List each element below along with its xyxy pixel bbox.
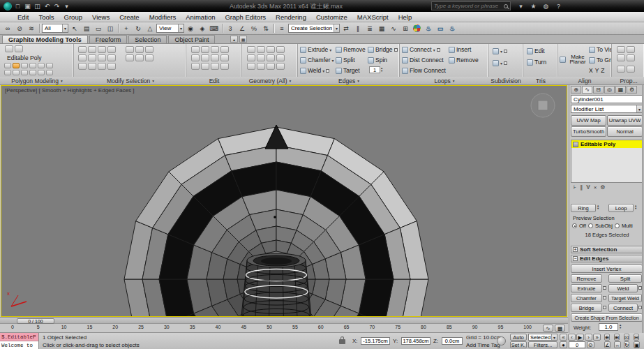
use-pivot-center-icon[interactable]: ◉: [185, 23, 196, 34]
subobject-level-icon[interactable]: [13, 63, 20, 68]
preview-multi-radio[interactable]: [615, 223, 620, 228]
properties-tool-icon[interactable]: [617, 54, 625, 61]
edit-tool-icon[interactable]: [201, 54, 209, 61]
qat-redo-icon[interactable]: ↷: [52, 1, 61, 10]
infocenter-search[interactable]: [431, 1, 511, 10]
align-y-button[interactable]: Y: [595, 67, 599, 74]
material-editor-icon[interactable]: [413, 24, 421, 32]
remove-modifier-icon[interactable]: ×: [594, 184, 597, 191]
bridge-settings-icon[interactable]: [394, 48, 398, 52]
play-button[interactable]: ▶: [576, 334, 584, 341]
modify-selection-tool-icon[interactable]: [88, 63, 96, 70]
modify-selection-tool-icon[interactable]: [98, 46, 106, 53]
menu-item[interactable]: Create: [114, 12, 144, 22]
select-and-link-icon[interactable]: ∞: [2, 23, 13, 34]
qat-undo-icon[interactable]: ↶: [43, 1, 52, 10]
mirror-icon[interactable]: ⇄: [340, 23, 352, 34]
split-button[interactable]: Split: [336, 56, 355, 64]
z-coord-field[interactable]: 0.0cm: [442, 337, 463, 345]
zoom-icon[interactable]: ⊕: [604, 334, 610, 341]
connect-button[interactable]: Connect▾: [402, 45, 440, 54]
panel-label-subdivision[interactable]: Subdivision: [491, 77, 521, 84]
chevron-down-icon[interactable]: ▾: [636, 105, 642, 112]
spin-button[interactable]: Spin: [368, 56, 387, 64]
edit-named-sets-icon[interactable]: ≡: [276, 23, 287, 34]
curve-editor-icon[interactable]: ∿: [388, 23, 399, 34]
ribbon-tab[interactable]: Graphite Modeling Tools: [2, 35, 88, 43]
to-grid-button[interactable]: To Grid: [589, 56, 612, 64]
pin-stack-icon[interactable]: ⊦: [574, 184, 576, 191]
subobject-level-icon[interactable]: [4, 63, 11, 68]
rect-region-icon[interactable]: ▭: [93, 23, 104, 34]
polygon-modeling-option-icon[interactable]: [21, 70, 28, 75]
preview-subobj-radio[interactable]: [588, 223, 593, 228]
edit-tris-button[interactable]: Edit: [527, 47, 545, 55]
dist-connect-button[interactable]: Dist Connect: [402, 56, 444, 64]
msmooth-button[interactable]: ▾: [493, 47, 507, 55]
help-icon[interactable]: ?: [554, 1, 563, 10]
panel-label-edit[interactable]: Edit: [209, 77, 220, 84]
qat-new-icon[interactable]: □: [13, 1, 22, 10]
edit-tool-icon[interactable]: [191, 63, 200, 70]
ribbon-minimize-icon[interactable]: ▴: [230, 36, 238, 43]
select-and-scale-icon[interactable]: △: [144, 23, 156, 34]
ribbon-tab[interactable]: Freeform: [89, 35, 128, 43]
modify-selection-option-icon[interactable]: [126, 46, 134, 53]
collapse-icon[interactable]: −: [573, 256, 578, 261]
make-unique-icon[interactable]: ∀: [586, 184, 590, 191]
qat-save-icon[interactable]: ◫: [33, 1, 42, 10]
insert-loop-button[interactable]: Insert: [449, 45, 471, 54]
snaps-toggle-icon[interactable]: 3: [225, 23, 236, 34]
chamfer-settings-icon[interactable]: [603, 296, 606, 299]
show-end-result-icon[interactable]: ∥: [580, 184, 583, 191]
hierarchy-tab-icon[interactable]: ⊟: [593, 86, 604, 94]
menu-item[interactable]: Customize: [311, 12, 352, 22]
polygon-modeling-tool-icon[interactable]: [5, 45, 13, 52]
zoom-all-icon[interactable]: ⊞: [614, 334, 620, 341]
panel-label-polygon-modeling[interactable]: Polygon Modeling▾: [11, 77, 62, 84]
select-object-icon[interactable]: ↖: [69, 23, 80, 34]
modify-selection-tool-icon[interactable]: [107, 54, 116, 61]
unlink-selection-icon[interactable]: ⊘: [14, 23, 25, 34]
selection-filter-dropdown[interactable]: All ▾: [42, 24, 68, 33]
ic-dd-icon[interactable]: ▾: [516, 1, 525, 10]
weight-field[interactable]: 1.0: [599, 323, 618, 331]
menu-item[interactable]: Rendering: [271, 12, 311, 22]
edit-tool-icon[interactable]: [220, 63, 229, 70]
modifier-list-dropdown[interactable]: Modifier List ▾: [571, 105, 643, 113]
listener-macro-line[interactable]: $.EditableP: [0, 333, 38, 341]
schematic-view-icon[interactable]: ⊞: [400, 23, 411, 34]
modify-selection-option-icon[interactable]: [135, 54, 144, 61]
ribbon-tab[interactable]: Object Paint: [168, 35, 215, 43]
viewcube[interactable]: [531, 94, 555, 117]
edit-tool-icon[interactable]: [191, 46, 200, 53]
go-to-end-button[interactable]: »: [593, 334, 601, 341]
time-slider[interactable]: 0 / 100: [0, 317, 568, 324]
target-button[interactable]: Target: [336, 66, 360, 75]
align-x-button[interactable]: X: [589, 67, 593, 74]
render-production-icon[interactable]: ♨: [447, 23, 458, 34]
polygon-modeling-tool-icon[interactable]: [15, 45, 23, 52]
edit-tool-icon[interactable]: [211, 63, 219, 70]
percent-snap-icon[interactable]: %: [248, 23, 260, 34]
object-name-field[interactable]: Cylinder001: [571, 95, 643, 103]
menu-item[interactable]: Help: [394, 12, 417, 22]
x-coord-field[interactable]: -15.175cm: [361, 337, 390, 345]
properties-tool-icon[interactable]: [617, 46, 625, 53]
polygon-modeling-option-icon[interactable]: [13, 70, 20, 75]
tessellate-button[interactable]: ▾: [493, 59, 507, 67]
msmooth-settings-icon[interactable]: [504, 50, 507, 53]
weld-settings-icon[interactable]: [326, 69, 329, 73]
geometry-tool-icon[interactable]: [247, 54, 255, 61]
geometry-tool-icon[interactable]: [276, 54, 285, 61]
preview-off-radio[interactable]: [572, 223, 577, 228]
panel-label-align[interactable]: Align: [578, 77, 592, 84]
zoom-region-icon[interactable]: ⊟: [634, 334, 639, 341]
connect-settings-icon[interactable]: [437, 48, 440, 52]
edges-segments-value[interactable]: 1: [369, 66, 380, 73]
soft-selection-rollout[interactable]: + Soft Selection: [571, 246, 643, 253]
chevron-down-icon[interactable]: ▾: [62, 24, 68, 32]
search-input[interactable]: [434, 3, 502, 9]
keyboard-override-icon[interactable]: ⌨: [209, 23, 220, 34]
field-of-view-icon[interactable]: ∠: [604, 341, 611, 348]
